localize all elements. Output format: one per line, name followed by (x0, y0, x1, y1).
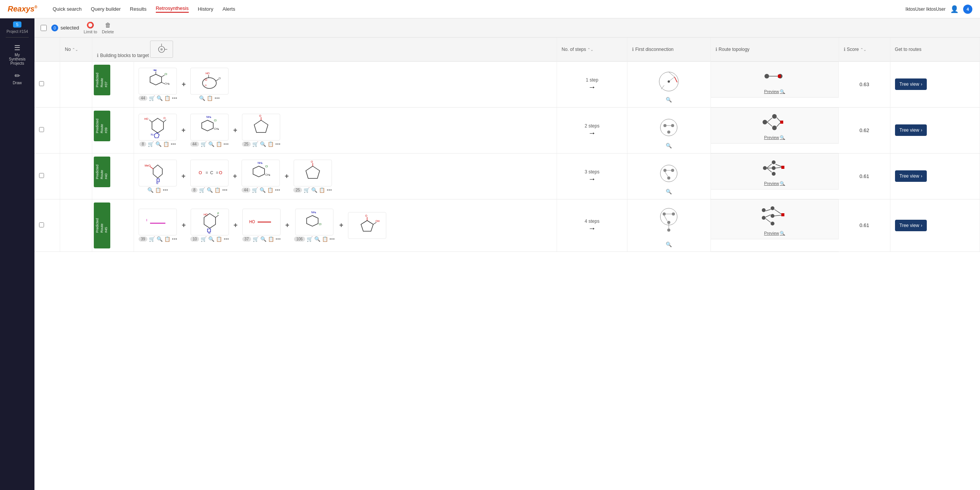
nav-history[interactable]: History (198, 6, 213, 12)
mol-copy-icon-39-1[interactable]: 📋 (163, 141, 169, 147)
mol-more-icon-45-3[interactable]: ••• (276, 236, 281, 242)
mol-more-icon-45-4[interactable]: ••• (330, 236, 335, 242)
topology-info-icon[interactable]: ℹ (715, 47, 717, 52)
mol-more-icon-37-2[interactable]: ••• (214, 95, 220, 101)
mol-zoom-icon-45-2[interactable]: 🔍 (208, 236, 214, 242)
user-icon[interactable]: 👤 (950, 5, 959, 13)
sidebar-item-synthesis-projects[interactable]: ☰ MySynthesisProjects (0, 41, 34, 69)
notification-badge[interactable]: 4 (963, 5, 972, 14)
mol-copy-icon-45-4[interactable]: 📋 (322, 236, 328, 242)
mol-cart-icon-40-3[interactable]: 🛒 (252, 187, 258, 193)
app-logo[interactable]: Reaxys® (8, 5, 37, 13)
mol-zoom-icon-40-1[interactable]: 🔍 (147, 187, 154, 193)
mol-copy-icon-40-2[interactable]: 📋 (214, 187, 220, 193)
first-disc-zoom-45[interactable]: 🔍 (666, 242, 672, 247)
mol-zoom-icon-37-1[interactable]: 🔍 (157, 95, 163, 101)
mol-zoom-icon-39-3[interactable]: 🔍 (260, 141, 266, 147)
preview-link-45[interactable]: Preview 🔍 (764, 231, 785, 236)
mol-more-icon-37-1[interactable]: ••• (172, 95, 177, 101)
preview-link-40[interactable]: Preview 🔍 (764, 181, 785, 186)
mol-cart-icon-45-4[interactable]: 🛒 (307, 236, 313, 242)
steps-sort-icon[interactable]: ⌃⌄ (587, 47, 593, 52)
mol-more-icon-40-3[interactable]: ••• (275, 187, 280, 193)
mol-cart-icon-45-1[interactable]: 🛒 (149, 236, 155, 242)
row-check-37[interactable] (34, 61, 60, 107)
mol-copy-icon-45-2[interactable]: 📋 (216, 236, 222, 242)
row-check-39[interactable] (34, 107, 60, 153)
delete-button[interactable]: 🗑 Delete (102, 22, 114, 34)
preview-link-37[interactable]: Preview 🔍 (764, 89, 785, 94)
first-disc-zoom-40[interactable]: 🔍 (666, 189, 672, 194)
mol-copy-icon-45-1[interactable]: 📋 (164, 236, 170, 242)
nav-alerts[interactable]: Alerts (222, 6, 235, 12)
mol-more-icon-39-3[interactable]: ••• (275, 141, 281, 147)
mol-copy-icon-39-2[interactable]: 📋 (216, 141, 222, 147)
nav-results[interactable]: Results (130, 6, 146, 12)
tree-view-btn-39[interactable]: Tree view › (895, 124, 927, 136)
mol-zoom-icon-45-1[interactable]: 🔍 (157, 236, 163, 242)
mol-cart-icon-37-1[interactable]: 🛒 (149, 95, 155, 101)
mol-more-icon-40-1[interactable]: ••• (163, 187, 168, 193)
nav-query-builder[interactable]: Query builder (91, 6, 121, 12)
row-check-40[interactable] (34, 153, 60, 199)
mol-more-icon-45-2[interactable]: ••• (224, 236, 229, 242)
mol-zoom-icon-40-3[interactable]: 🔍 (260, 187, 266, 193)
mol-cart-icon-39-2[interactable]: 🛒 (201, 141, 207, 147)
mol-more-icon-40-4[interactable]: ••• (327, 187, 332, 193)
mol-copy-icon-37-1[interactable]: 📋 (164, 95, 170, 101)
first-disc-zoom-37[interactable]: 🔍 (666, 97, 672, 103)
mol-zoom-icon-45-4[interactable]: 🔍 (314, 236, 320, 242)
limit-to-button[interactable]: ⭕ Limit to (83, 21, 97, 34)
mol-cart-icon-45-2[interactable]: 🛒 (201, 236, 207, 242)
preview-zoom-icon-45[interactable]: 🔍 (780, 231, 785, 236)
mol-copy-icon-37-2[interactable]: 📋 (207, 95, 213, 101)
tree-view-btn-40[interactable]: Tree view › (895, 170, 927, 182)
building-blocks-info-icon[interactable]: ℹ (97, 53, 99, 58)
no-sort-icon[interactable]: ⌃⌄ (72, 47, 78, 52)
row-checkbox-37[interactable] (39, 81, 44, 86)
mol-copy-icon-45-3[interactable]: 📋 (268, 236, 274, 242)
mol-copy-icon-40-1[interactable]: 📋 (155, 187, 161, 193)
row-check-45[interactable] (34, 199, 60, 252)
mol-copy-icon-40-3[interactable]: 📋 (267, 187, 273, 193)
mol-copy-icon-39-3[interactable]: 📋 (268, 141, 274, 147)
nav-retrosynthesis[interactable]: Retrosynthesis (156, 5, 189, 13)
step-arrow-37: → (562, 83, 622, 91)
th-no[interactable]: No ⌃⌄ (60, 38, 92, 61)
mol-cart-icon-39-1[interactable]: 🛒 (148, 141, 154, 147)
first-disc-zoom-39[interactable]: 🔍 (666, 143, 672, 149)
mol-more-icon-39-2[interactable]: ••• (224, 141, 229, 147)
row-checkbox-45[interactable] (39, 222, 44, 227)
mol-more-icon-40-2[interactable]: ••• (222, 187, 227, 193)
mol-zoom-icon-39-1[interactable]: 🔍 (155, 141, 162, 147)
row-checkbox-39[interactable] (39, 127, 44, 132)
select-all-checkbox[interactable] (41, 25, 47, 31)
th-score[interactable]: ℹ Score ⌃⌄ (839, 38, 890, 61)
tree-view-btn-37[interactable]: Tree view › (895, 78, 927, 90)
mol-zoom-icon-39-2[interactable]: 🔍 (208, 141, 214, 147)
score-sort-icon[interactable]: ⌃⌄ (860, 47, 866, 52)
preview-zoom-icon-39[interactable]: 🔍 (780, 135, 785, 140)
tree-view-btn-45[interactable]: Tree view › (895, 220, 927, 231)
row-checkbox-40[interactable] (39, 173, 44, 178)
mol-more-icon-39-1[interactable]: ••• (171, 141, 176, 147)
preview-zoom-icon-37[interactable]: 🔍 (780, 89, 785, 94)
sidebar-item-draw[interactable]: ✏ Draw (0, 69, 34, 88)
mol-zoom-icon-40-2[interactable]: 🔍 (207, 187, 213, 193)
mol-cart-icon-39-3[interactable]: 🛒 (252, 141, 258, 147)
mol-cart-icon-40-4[interactable]: 🛒 (304, 187, 310, 193)
nav-quick-search[interactable]: Quick search (52, 6, 82, 12)
mol-zoom-icon-40-4[interactable]: 🔍 (311, 187, 317, 193)
score-info-icon[interactable]: ℹ (844, 47, 846, 52)
th-steps[interactable]: No. of steps ⌃⌄ (557, 38, 627, 61)
preview-zoom-icon-40[interactable]: 🔍 (780, 181, 785, 186)
first-disc-info-icon[interactable]: ℹ (632, 47, 634, 52)
mol-more-icon-45-1[interactable]: ••• (172, 236, 177, 242)
mol-cart-icon-45-3[interactable]: 🛒 (253, 236, 259, 242)
mol-cart-icon-40-2[interactable]: 🛒 (199, 187, 205, 193)
mol-zoom-icon-37-2[interactable]: 🔍 (199, 95, 205, 101)
preview-link-39[interactable]: Preview 🔍 (764, 135, 785, 140)
project-badge[interactable]: 5 (13, 21, 21, 28)
mol-zoom-icon-45-3[interactable]: 🔍 (260, 236, 266, 242)
mol-copy-icon-40-4[interactable]: 📋 (319, 187, 325, 193)
